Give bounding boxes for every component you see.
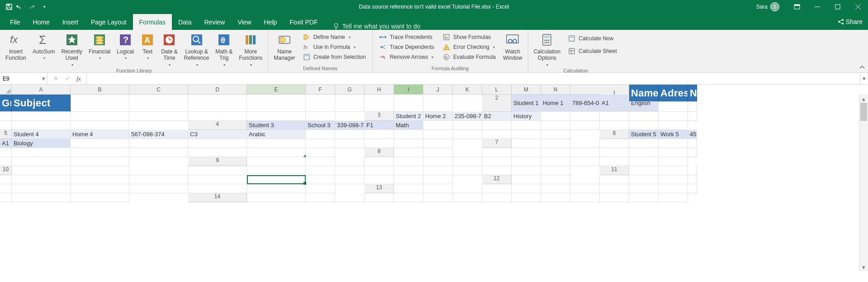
empty-cell[interactable] — [365, 95, 394, 112]
tell-me-input[interactable] — [342, 23, 433, 30]
empty-cell[interactable] — [394, 130, 423, 139]
empty-cell[interactable] — [12, 184, 71, 193]
row-header-7[interactable]: 7 — [482, 139, 512, 148]
empty-cell[interactable] — [423, 193, 453, 202]
empty-cell[interactable] — [423, 148, 453, 157]
empty-cell[interactable] — [365, 193, 394, 202]
empty-cell[interactable] — [335, 130, 365, 139]
empty-cell[interactable] — [71, 193, 129, 202]
redo-icon[interactable]: ▾ — [27, 1, 38, 12]
empty-cell[interactable] — [423, 121, 453, 130]
empty-cell[interactable] — [629, 193, 659, 202]
empty-cell[interactable] — [247, 148, 306, 157]
col-header-N[interactable]: N — [541, 85, 570, 95]
empty-cell[interactable] — [423, 184, 453, 193]
empty-cell[interactable] — [306, 175, 335, 184]
empty-cell[interactable] — [394, 193, 423, 202]
empty-cell[interactable] — [129, 112, 188, 121]
tab-formulas[interactable]: Formulas — [133, 14, 172, 30]
collapse-ribbon-icon[interactable] — [859, 64, 865, 71]
empty-cell[interactable] — [482, 184, 512, 193]
col-header-I[interactable]: I — [394, 85, 423, 95]
empty-cell[interactable] — [188, 148, 247, 157]
math-trig-button[interactable]: θMath & Trig▾ — [213, 31, 235, 68]
empty-cell[interactable] — [12, 175, 71, 184]
col-header-L[interactable]: L — [482, 85, 512, 95]
empty-cell[interactable] — [482, 148, 512, 157]
row-header-2[interactable]: 2 — [482, 95, 512, 112]
table-cell[interactable]: Home 1 — [541, 95, 570, 112]
empty-cell[interactable] — [335, 95, 365, 112]
empty-cell[interactable] — [600, 184, 629, 193]
table-cell[interactable]: Work 5 — [659, 130, 688, 139]
empty-cell[interactable] — [0, 184, 12, 193]
empty-cell[interactable] — [394, 184, 423, 193]
table-cell[interactable]: Student 4 — [12, 130, 71, 139]
empty-cell[interactable] — [247, 184, 306, 193]
col-header-C[interactable]: C — [129, 85, 188, 95]
table-cell[interactable]: F1 — [365, 121, 394, 130]
empty-cell[interactable] — [335, 139, 365, 148]
empty-cell[interactable] — [482, 130, 512, 139]
evaluate-formula-button[interactable]: fxEvaluate Formula — [441, 52, 498, 62]
empty-cell[interactable] — [541, 148, 570, 157]
empty-cell[interactable] — [306, 148, 335, 157]
col-header-H[interactable]: H — [365, 85, 394, 95]
empty-cell[interactable] — [12, 148, 71, 157]
empty-cell[interactable] — [71, 175, 129, 184]
create-from-selection-button[interactable]: Create from Selection — [301, 52, 368, 62]
text-button[interactable]: AText▾ — [138, 31, 157, 68]
empty-cell[interactable] — [129, 139, 188, 148]
empty-cell[interactable] — [482, 193, 512, 202]
select-all-corner[interactable] — [0, 85, 12, 95]
empty-cell[interactable] — [306, 95, 335, 112]
empty-cell[interactable] — [129, 95, 188, 112]
table-header-3[interactable]: Grade — [0, 95, 12, 112]
row-header-5[interactable]: 5 — [0, 130, 12, 139]
more-functions-button[interactable]: More Functions▾ — [236, 31, 265, 68]
tell-me-search[interactable] — [329, 23, 436, 30]
table-header-2[interactable]: Number — [688, 85, 697, 102]
empty-cell[interactable] — [71, 112, 129, 121]
empty-cell[interactable] — [188, 166, 247, 175]
empty-cell[interactable] — [423, 175, 453, 184]
row-header-11[interactable]: 11 — [600, 166, 629, 175]
row-header-10[interactable]: 10 — [0, 166, 12, 175]
empty-cell[interactable] — [541, 175, 570, 184]
name-box-dropdown-icon[interactable]: ▾ — [40, 75, 47, 82]
empty-cell[interactable] — [306, 139, 335, 148]
define-name-button[interactable]: Define Name▾ — [301, 32, 368, 42]
table-cell[interactable]: A1 — [0, 139, 12, 148]
col-header-A[interactable]: A — [12, 85, 71, 95]
table-cell[interactable]: Student 5 — [629, 130, 659, 139]
empty-cell[interactable] — [129, 175, 188, 184]
name-manager-button[interactable]: Name Manager — [271, 31, 298, 66]
empty-cell[interactable] — [570, 175, 600, 184]
empty-cell[interactable] — [306, 157, 335, 166]
tab-home[interactable]: Home — [27, 14, 56, 30]
empty-cell[interactable] — [512, 130, 541, 139]
empty-cell[interactable] — [306, 112, 335, 121]
trace-dependents-button[interactable]: Trace Dependents — [377, 42, 436, 52]
empty-cell[interactable] — [365, 166, 394, 175]
row-header-13[interactable]: 13 — [365, 184, 394, 193]
error-checking-button[interactable]: !Error Checking▾ — [441, 42, 498, 52]
empty-cell[interactable] — [570, 121, 600, 130]
empty-cell[interactable] — [659, 166, 688, 175]
empty-cell[interactable] — [600, 112, 629, 121]
empty-cell[interactable] — [12, 193, 71, 202]
table-cell[interactable]: School 3 — [306, 121, 335, 130]
table-header-1[interactable]: Adress — [659, 85, 688, 102]
empty-cell[interactable] — [541, 121, 570, 130]
undo-icon[interactable]: ▾ — [15, 1, 26, 12]
empty-cell[interactable] — [570, 148, 600, 157]
empty-cell[interactable] — [688, 175, 697, 184]
empty-cell[interactable] — [453, 130, 482, 139]
empty-cell[interactable] — [659, 139, 688, 148]
empty-cell[interactable] — [512, 175, 541, 184]
empty-cell[interactable] — [306, 130, 335, 139]
empty-cell[interactable] — [188, 184, 247, 193]
empty-cell[interactable] — [71, 121, 129, 130]
empty-cell[interactable] — [659, 175, 688, 184]
tab-foxit-pdf[interactable]: Foxit PDF — [283, 14, 324, 30]
